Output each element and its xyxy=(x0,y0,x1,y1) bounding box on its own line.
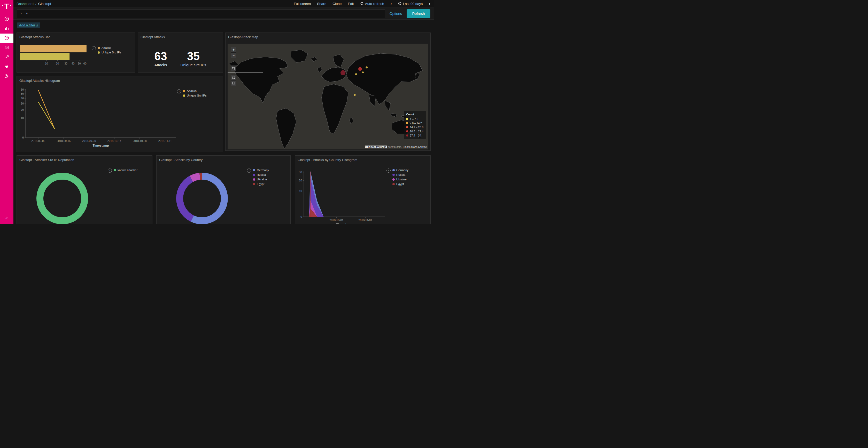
breadcrumb: Dashboard / Glastopf xyxy=(17,2,51,6)
refresh-button[interactable]: Refresh xyxy=(407,9,430,18)
chart-legend: › AttacksUnique Src IPs xyxy=(177,89,207,97)
map-fit-bounds-button[interactable] xyxy=(231,65,237,71)
panel-title[interactable]: Glastopf - Attacks by Country Histogram xyxy=(295,156,430,162)
series-color-dot xyxy=(98,47,100,49)
map-attribution: © OpenStreetMap contributors, Elastic Ma… xyxy=(365,145,427,148)
map-rectangle-filter-button[interactable] xyxy=(231,80,237,86)
world-map[interactable]: + − Count 1 – 7.67.6 – 14.214.2 – 20.820… xyxy=(227,44,428,149)
map-polygon-filter-button[interactable] xyxy=(231,75,237,80)
svg-text:50: 50 xyxy=(21,92,24,95)
map-zoom-out-button[interactable]: − xyxy=(231,53,237,58)
attribution-text: contributors, xyxy=(388,145,402,148)
bar-chart-icon xyxy=(4,26,9,32)
svg-text:30: 30 xyxy=(299,171,302,174)
top-nav-bar: Dashboard / Glastopf Full screen Share C… xyxy=(13,0,434,8)
clone-button[interactable]: Clone xyxy=(333,2,342,6)
legend-toggle-icon[interactable]: › xyxy=(386,169,391,173)
metric-label: Unique Src IPs xyxy=(181,63,207,67)
svg-text:60: 60 xyxy=(84,62,87,65)
panel-title[interactable]: Glastopf Attacks xyxy=(138,33,223,39)
sidebar-item-discover[interactable] xyxy=(0,14,13,24)
refresh-cycle-icon xyxy=(360,2,364,6)
legend-item[interactable]: known attacker xyxy=(114,169,137,172)
discover-icon xyxy=(4,16,9,23)
svg-text:30: 30 xyxy=(64,62,67,65)
plus-icon: + xyxy=(36,23,38,27)
full-screen-button[interactable]: Full screen xyxy=(294,2,311,6)
svg-text:40: 40 xyxy=(71,62,75,65)
time-range-picker[interactable]: Last 90 days xyxy=(398,2,423,6)
legend-title: Count xyxy=(406,112,424,116)
time-back-chevron[interactable]: ‹ xyxy=(390,2,392,5)
svg-text:20: 20 xyxy=(56,62,59,65)
options-link[interactable]: Options xyxy=(390,12,402,16)
legend-item[interactable]: Unique Src IPs xyxy=(98,51,121,54)
terminal-prompt-icon: >_ xyxy=(20,12,24,15)
filter-bar: Add a filter+ xyxy=(13,20,434,30)
map-count-legend: Count 1 – 7.67.6 – 14.214.2 – 20.820.8 –… xyxy=(404,111,426,139)
legend-item[interactable]: Germany xyxy=(393,169,408,172)
query-bar: >_ Options Refresh xyxy=(13,8,434,20)
attacks-histogram-chart[interactable]: 01020304050602018-09-022018-09-162018-09… xyxy=(17,83,182,152)
panel-title[interactable]: Glastopf Attack Map xyxy=(225,33,430,39)
attacks-bar-chart[interactable]: 102030405060 xyxy=(18,41,96,71)
legend-item[interactable]: Egypt xyxy=(393,182,408,185)
sidebar-item-dev-tools[interactable] xyxy=(0,53,13,62)
panel-title[interactable]: Glastopf - Attacks by Country xyxy=(157,156,290,162)
svg-text:10: 10 xyxy=(45,62,48,65)
svg-text:0: 0 xyxy=(301,215,302,218)
panel-title[interactable]: Glastopf Attacks Bar xyxy=(17,33,135,39)
panel-title[interactable]: Glastopf - Attacker Src IP Reputation xyxy=(17,156,152,162)
sidebar-item-visualize[interactable] xyxy=(0,24,13,34)
legend-item[interactable]: Russia xyxy=(253,173,269,176)
svg-text:40: 40 xyxy=(21,97,24,100)
edit-button[interactable]: Edit xyxy=(348,2,354,6)
openstreetmap-link[interactable]: © OpenStreetMap xyxy=(365,145,387,148)
metric-attacks: 63 Attacks xyxy=(154,50,167,67)
legend-item[interactable]: Ukraine xyxy=(253,178,269,181)
sidebar-item-management[interactable] xyxy=(0,72,13,81)
breadcrumb-dashboard-link[interactable]: Dashboard xyxy=(17,2,34,6)
heart-icon xyxy=(4,64,9,70)
legend-item[interactable]: Attacks xyxy=(183,89,207,92)
country-donut-chart[interactable] xyxy=(157,163,290,224)
auto-refresh-button[interactable]: Auto-refresh xyxy=(360,2,384,6)
legend-toggle-icon[interactable]: › xyxy=(177,89,181,94)
share-button[interactable]: Share xyxy=(317,2,326,6)
search-query-input[interactable] xyxy=(26,12,382,16)
svg-text:2018-10-14: 2018-10-14 xyxy=(107,139,121,142)
dashboard-grid: Glastopf Attacks Bar 102030405060 › Atta… xyxy=(13,30,434,224)
time-forward-chevron[interactable]: › xyxy=(429,2,430,5)
legend-item[interactable]: Ukraine xyxy=(393,178,408,181)
legend-toggle-icon[interactable]: › xyxy=(92,46,96,50)
legend-item[interactable]: Unique Src IPs xyxy=(183,94,207,97)
query-input-box[interactable]: >_ xyxy=(17,9,385,18)
legend-item[interactable]: Russia xyxy=(393,173,408,176)
legend-toggle-icon[interactable]: › xyxy=(108,169,112,173)
svg-text:Timestamp: Timestamp xyxy=(92,144,109,147)
world-map-tiles xyxy=(227,44,428,149)
svg-text:2018-11-11: 2018-11-11 xyxy=(158,139,172,142)
metric-visualization: 63 Attacks 35 Unique Src IPs xyxy=(138,50,223,67)
legend-item[interactable]: Germany xyxy=(253,169,269,172)
svg-text:0: 0 xyxy=(22,136,24,139)
legend-item[interactable]: Egypt xyxy=(253,182,269,185)
timelion-icon xyxy=(4,45,9,51)
country-histogram-chart[interactable]: 01020302018-10-012018-11-01Timestamp xyxy=(295,163,429,224)
sidebar-item-dashboard[interactable] xyxy=(0,34,13,43)
sidebar-item-timelion[interactable] xyxy=(0,43,13,53)
map-zoom-in-button[interactable]: + xyxy=(231,47,237,53)
svg-text:2018-10-01: 2018-10-01 xyxy=(330,218,343,222)
legend-toggle-icon[interactable]: › xyxy=(247,169,251,173)
wrench-icon xyxy=(4,54,9,61)
legend-item[interactable]: Attacks xyxy=(98,46,121,49)
add-filter-link[interactable]: Add a filter+ xyxy=(17,23,40,28)
svg-text:2018-11-01: 2018-11-01 xyxy=(359,218,372,222)
series-color-dot xyxy=(393,178,395,181)
panel-attacks-histogram: Glastopf Attacks Histogram 0102030405060… xyxy=(17,76,223,152)
telekom-logo[interactable]: T xyxy=(4,2,9,10)
sidebar-item-monitoring[interactable] xyxy=(0,62,13,72)
panel-title[interactable]: Glastopf Attacks Histogram xyxy=(17,76,223,82)
sidebar-collapse-icon[interactable]: « xyxy=(5,216,8,221)
elastic-maps-link[interactable]: Elastic Maps Service xyxy=(403,145,427,148)
